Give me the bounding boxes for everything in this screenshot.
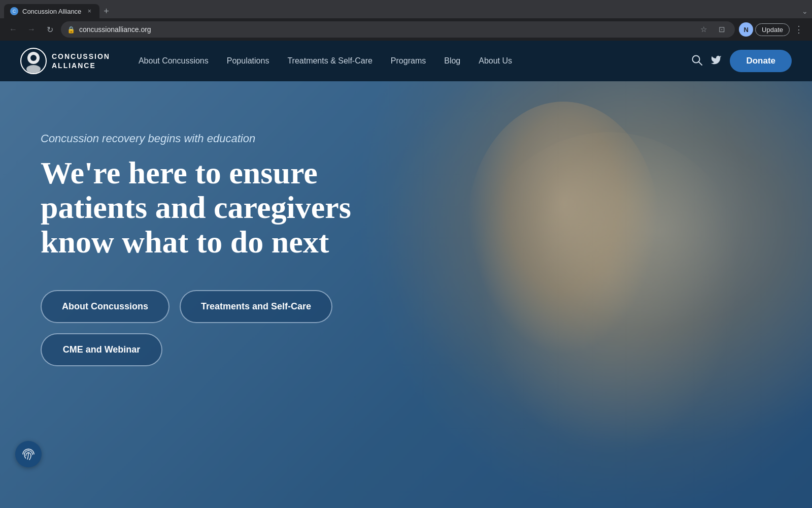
hero-btn-cme[interactable]: CME and Webinar [41, 333, 162, 366]
nav-links: About Concussions Populations Treatments… [130, 52, 691, 70]
browser-chrome: C Concussion Alliance × + ⌄ ← → ↻ 🔒 conc… [0, 0, 812, 41]
reload-button[interactable]: ↻ [43, 22, 57, 37]
nav-blog[interactable]: Blog [436, 52, 468, 70]
tab-expand-button[interactable]: ⌄ [798, 4, 812, 18]
hero-title: We're here to ensure patients and caregi… [41, 155, 396, 260]
url-text: concussionalliance.org [79, 25, 692, 34]
nav-about-us[interactable]: About Us [470, 52, 520, 70]
tab-close-button[interactable]: × [85, 7, 93, 15]
star-icon[interactable]: ☆ [696, 22, 710, 37]
update-button[interactable]: Update [755, 23, 790, 36]
donate-button[interactable]: Donate [730, 50, 792, 72]
forward-button[interactable]: → [24, 22, 39, 37]
logo-text: CONCUSSION ALLIANCE [52, 52, 110, 70]
svg-point-2 [26, 65, 41, 73]
nav-treatments[interactable]: Treatments & Self-Care [279, 52, 380, 70]
hero-btn-treatments[interactable]: Treatments and Self-Care [180, 290, 332, 323]
nav-populations[interactable]: Populations [219, 52, 278, 70]
site-nav: CONCUSSION ALLIANCE About Concussions Po… [0, 41, 812, 81]
tab-favicon: C [10, 7, 18, 15]
nav-programs[interactable]: Programs [383, 52, 434, 70]
nav-actions: Donate [691, 50, 792, 72]
nav-about-concussions[interactable]: About Concussions [130, 52, 217, 70]
cast-icon[interactable]: ⊡ [715, 22, 729, 37]
active-tab[interactable]: C Concussion Alliance × [4, 4, 99, 18]
hero-subtitle: Concussion recovery begins with educatio… [41, 132, 396, 145]
lock-icon: 🔒 [67, 26, 75, 34]
tab-bar: C Concussion Alliance × + ⌄ [0, 0, 812, 18]
hero-content: Concussion recovery begins with educatio… [41, 132, 396, 366]
website: CONCUSSION ALLIANCE About Concussions Po… [0, 41, 812, 508]
fingerprint-widget[interactable] [15, 441, 42, 467]
hero-section: Concussion recovery begins with educatio… [0, 81, 812, 508]
browser-toolbar: ← → ↻ 🔒 concussionalliance.org ☆ ⊡ N Upd… [0, 18, 812, 41]
search-icon[interactable] [691, 54, 702, 68]
address-bar[interactable]: 🔒 concussionalliance.org ☆ ⊡ [61, 21, 735, 38]
svg-point-3 [30, 55, 37, 61]
new-tab-button[interactable]: + [99, 4, 113, 18]
profile-button[interactable]: N [739, 22, 753, 37]
menu-button[interactable]: ⋮ [792, 22, 806, 37]
logo-icon [20, 48, 47, 74]
svg-line-5 [699, 62, 702, 65]
twitter-icon[interactable] [710, 54, 722, 68]
logo[interactable]: CONCUSSION ALLIANCE [20, 48, 110, 74]
hero-btn-about-concussions[interactable]: About Concussions [41, 290, 170, 323]
hero-buttons: About Concussions Treatments and Self-Ca… [41, 290, 396, 366]
toolbar-actions: N Update ⋮ [739, 22, 806, 37]
fingerprint-icon [21, 447, 36, 462]
tab-title: Concussion Alliance [22, 8, 81, 15]
back-button[interactable]: ← [6, 22, 20, 37]
